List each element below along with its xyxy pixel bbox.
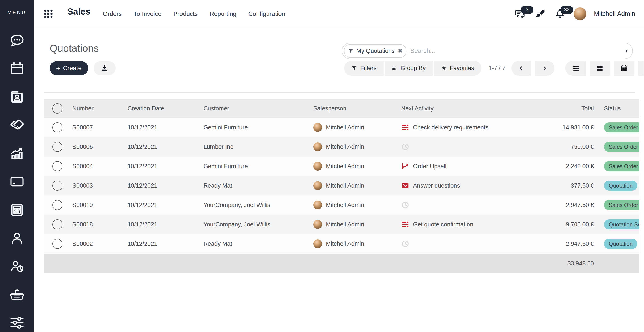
next-activity-cell[interactable]: Get quote confirmation — [397, 220, 516, 229]
customer-name: YourCompany, Joel Willis — [198, 221, 309, 228]
filter-chip-label: My Quotations — [356, 48, 395, 54]
status-badge: Sales Order — [604, 161, 639, 171]
topbar-right: 3 32 Mitchell Admin — [514, 0, 635, 27]
view-switcher — [565, 61, 644, 76]
sidebar-item-crm[interactable] — [9, 117, 25, 133]
header-salesperson[interactable]: Salesperson — [309, 105, 397, 112]
messages-button[interactable]: 3 — [514, 8, 526, 20]
grand-total: 33,948.50 — [568, 260, 594, 267]
table-row[interactable]: S00018 10/12/2021 YourCompany, Joel Will… — [44, 215, 639, 234]
sidebar-item-invoicing[interactable] — [9, 174, 25, 190]
kanban-view-button[interactable] — [590, 61, 610, 76]
sidebar-item-discuss[interactable] — [9, 33, 25, 48]
bars-icon — [392, 65, 398, 71]
row-checkbox[interactable] — [52, 200, 62, 210]
next-activity-cell[interactable] — [397, 201, 516, 209]
next-activity-cell[interactable] — [397, 240, 516, 248]
table-row[interactable]: S00006 10/12/2021 Lumber Inc Mitchell Ad… — [44, 137, 639, 157]
salesperson-avatar — [313, 123, 322, 132]
favorites-button[interactable]: Favorites — [434, 61, 482, 76]
total-amount: 2,947.50 € — [516, 202, 596, 209]
creation-date: 10/12/2021 — [124, 143, 198, 150]
filters-button[interactable]: Filters — [344, 61, 384, 76]
notifications-badge: 32 — [560, 6, 573, 14]
menu-label[interactable]: MENU — [0, 10, 34, 15]
filter-chip[interactable]: My Quotations ✖ — [344, 44, 406, 58]
sidebar-item-sales[interactable] — [9, 145, 25, 161]
pager-previous-button[interactable] — [512, 61, 531, 76]
table-footer-row: 33,948.50 — [44, 254, 639, 273]
row-checkbox[interactable] — [52, 239, 62, 249]
total-amount: 2,947.50 € — [516, 241, 596, 247]
quotation-number: S00003 — [70, 182, 124, 189]
row-checkbox[interactable] — [52, 181, 62, 191]
customer-name: Ready Mat — [198, 241, 309, 247]
select-all-checkbox[interactable] — [52, 103, 62, 113]
nav-configuration[interactable]: Configuration — [248, 10, 285, 17]
status-badge: Quotation — [604, 239, 638, 249]
filters-label: Filters — [360, 65, 376, 72]
extra-view-button[interactable] — [638, 61, 644, 76]
header-creation-date[interactable]: Creation Date — [124, 105, 198, 112]
customer-name: Lumber Inc — [198, 143, 309, 150]
nav-orders[interactable]: Orders — [103, 10, 122, 17]
table-row[interactable]: S00019 10/12/2021 YourCompany, Joel Will… — [44, 195, 639, 215]
sidebar-item-settings[interactable] — [9, 315, 25, 331]
row-checkbox[interactable] — [52, 142, 62, 152]
chevron-left-icon — [518, 65, 524, 72]
app-name[interactable]: Sales — [67, 6, 90, 16]
calendar-icon — [9, 61, 25, 77]
total-amount: 750.00 € — [516, 143, 596, 150]
pager-next-button[interactable] — [535, 61, 554, 76]
export-button[interactable] — [94, 61, 116, 75]
handshake-icon — [9, 117, 25, 133]
nav-products[interactable]: Products — [174, 10, 198, 17]
create-button[interactable]: + Create — [50, 61, 88, 75]
sidebar-item-calendar[interactable] — [9, 61, 25, 77]
notifications-button[interactable]: 32 — [554, 8, 566, 20]
sidebar-item-accounting[interactable] — [9, 202, 25, 218]
salesperson-avatar — [313, 220, 322, 229]
nav-to-invoice[interactable]: To Invoice — [134, 10, 162, 17]
header-status[interactable]: Status — [596, 105, 639, 112]
table-row[interactable]: S00004 10/12/2021 Gemini Furniture Mitch… — [44, 157, 639, 176]
filter-chip-close-icon[interactable]: ✖ — [398, 48, 402, 54]
sidebar-item-contacts[interactable] — [9, 89, 25, 105]
top-nav: Orders To Invoice Products Reporting Con… — [103, 0, 285, 27]
sidebar-item-employees[interactable] — [9, 230, 25, 246]
header-customer[interactable]: Customer — [198, 105, 309, 112]
tasks-icon — [401, 220, 410, 229]
salesperson-avatar — [313, 201, 322, 209]
row-checkbox[interactable] — [52, 122, 62, 132]
nav-reporting[interactable]: Reporting — [210, 10, 236, 17]
user-avatar[interactable] — [574, 7, 586, 20]
search-bar[interactable]: My Quotations ✖ — [342, 43, 633, 59]
next-activity-cell[interactable]: Order Upsell — [397, 162, 516, 170]
sidebar-item-attendances[interactable] — [9, 258, 25, 274]
calendar-view-icon — [620, 64, 628, 72]
header-next-activity[interactable]: Next Activity — [397, 105, 516, 112]
group-by-label: Group By — [401, 65, 426, 72]
header-number[interactable]: Number — [70, 105, 124, 112]
search-input[interactable] — [410, 47, 624, 55]
header-total[interactable]: Total — [516, 105, 596, 112]
user-name[interactable]: Mitchell Admin — [594, 10, 635, 17]
row-checkbox[interactable] — [52, 161, 62, 171]
table-row[interactable]: S00007 10/12/2021 Gemini Furniture Mitch… — [44, 118, 639, 137]
brush-button[interactable] — [534, 8, 546, 20]
row-checkbox[interactable] — [52, 219, 62, 230]
sidebar-item-purchase[interactable] — [9, 287, 25, 303]
apps-grid-icon[interactable] — [43, 8, 54, 19]
search-caret-icon[interactable] — [626, 49, 628, 52]
calendar-view-button[interactable] — [614, 61, 634, 76]
next-activity-cell[interactable]: Answer questions — [397, 181, 516, 190]
table-row[interactable]: S00003 10/12/2021 Ready Mat Mitchell Adm… — [44, 176, 639, 195]
status-badge: Sales Order — [604, 200, 639, 210]
group-by-button[interactable]: Group By — [384, 61, 433, 76]
app-sidebar: MENU — [0, 0, 34, 332]
next-activity-cell[interactable]: Check delivery requirements — [397, 123, 516, 132]
table-row[interactable]: S00002 10/12/2021 Ready Mat Mitchell Adm… — [44, 234, 639, 254]
next-activity-cell[interactable] — [397, 143, 516, 151]
funnel-icon — [348, 48, 354, 54]
list-view-button[interactable] — [565, 61, 586, 76]
